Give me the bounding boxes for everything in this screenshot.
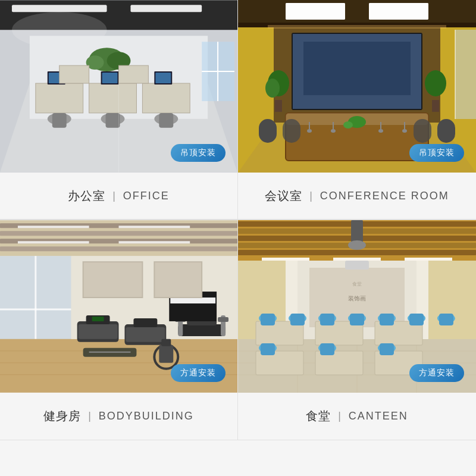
svg-rect-42 bbox=[303, 42, 411, 95]
zh-label-office: 办公室 bbox=[68, 188, 105, 204]
svg-rect-161 bbox=[345, 261, 369, 270]
svg-rect-25 bbox=[60, 65, 89, 83]
svg-rect-87 bbox=[79, 324, 118, 339]
svg-rect-24 bbox=[159, 113, 173, 128]
svg-rect-67 bbox=[268, 25, 446, 29]
svg-rect-2 bbox=[12, 5, 107, 12]
image-office: 吊顶安装 bbox=[0, 0, 237, 173]
svg-rect-17 bbox=[102, 73, 118, 83]
cell-gym: 方通安装 健身房 | BODYBUILDING bbox=[0, 220, 238, 440]
sep-conference: | bbox=[309, 190, 313, 202]
zh-label-conference: 会议室 bbox=[265, 188, 302, 204]
sep-gym: | bbox=[88, 410, 92, 422]
main-grid: 吊顶安装 办公室 | OFFICE bbox=[0, 0, 476, 476]
svg-point-61 bbox=[402, 129, 407, 133]
svg-rect-153 bbox=[261, 343, 275, 355]
svg-rect-65 bbox=[455, 30, 476, 119]
svg-rect-98 bbox=[218, 317, 228, 322]
label-gym: 健身房 | BODYBUILDING bbox=[0, 393, 237, 440]
svg-rect-77 bbox=[119, 241, 190, 243]
svg-rect-74 bbox=[18, 226, 89, 228]
svg-rect-149 bbox=[380, 314, 394, 325]
image-conference: 吊顶安装 bbox=[238, 0, 476, 173]
svg-rect-107 bbox=[154, 262, 202, 298]
en-label-canteen: CANTEEN bbox=[349, 410, 408, 422]
svg-rect-141 bbox=[261, 314, 275, 325]
svg-rect-145 bbox=[320, 314, 334, 325]
svg-rect-116 bbox=[333, 258, 381, 261]
svg-rect-10 bbox=[36, 83, 83, 113]
svg-rect-73 bbox=[0, 246, 237, 251]
svg-rect-36 bbox=[369, 3, 428, 20]
svg-point-64 bbox=[343, 121, 353, 129]
en-label-gym: BODYBUILDING bbox=[99, 410, 194, 422]
svg-rect-76 bbox=[18, 241, 89, 243]
svg-rect-151 bbox=[409, 314, 424, 325]
svg-rect-51 bbox=[259, 119, 277, 143]
svg-rect-71 bbox=[0, 231, 237, 236]
svg-rect-18 bbox=[155, 73, 171, 83]
svg-rect-117 bbox=[405, 258, 452, 261]
svg-text:食堂: 食堂 bbox=[352, 281, 362, 287]
cell-office: 吊顶安装 办公室 | OFFICE bbox=[0, 0, 238, 220]
svg-rect-93 bbox=[178, 324, 226, 336]
svg-rect-32 bbox=[238, 0, 476, 24]
svg-rect-106 bbox=[83, 262, 143, 298]
svg-rect-45 bbox=[275, 100, 282, 112]
svg-point-57 bbox=[331, 129, 336, 133]
svg-rect-103 bbox=[161, 339, 171, 346]
badge-canteen: 方通安装 bbox=[409, 364, 464, 382]
svg-rect-12 bbox=[142, 83, 190, 113]
svg-rect-26 bbox=[119, 65, 149, 83]
svg-rect-159 bbox=[439, 314, 453, 325]
en-label-conference: CONFERENCE ROOM bbox=[320, 190, 449, 202]
zh-label-canteen: 食堂 bbox=[306, 408, 331, 424]
sep-office: | bbox=[112, 190, 116, 202]
svg-text:装饰画: 装饰画 bbox=[348, 295, 366, 302]
image-gym: 方通安装 bbox=[0, 220, 237, 393]
svg-rect-54 bbox=[414, 119, 431, 143]
svg-rect-105 bbox=[170, 298, 215, 303]
svg-rect-155 bbox=[320, 343, 334, 355]
label-office: 办公室 | OFFICE bbox=[0, 173, 237, 220]
svg-rect-34 bbox=[286, 3, 345, 20]
svg-point-119 bbox=[348, 240, 366, 250]
cell-canteen: 装饰画 bbox=[238, 220, 476, 440]
badge-gym: 方通安装 bbox=[171, 364, 226, 382]
svg-point-46 bbox=[425, 70, 446, 96]
svg-rect-47 bbox=[432, 100, 439, 112]
label-canteen: 食堂 | CANTEEN bbox=[238, 393, 476, 440]
badge-conference: 吊顶安装 bbox=[409, 144, 464, 162]
svg-rect-53 bbox=[437, 119, 455, 143]
svg-rect-143 bbox=[290, 314, 305, 325]
svg-rect-75 bbox=[119, 226, 190, 228]
svg-rect-52 bbox=[283, 119, 300, 143]
svg-rect-89 bbox=[92, 317, 104, 321]
svg-rect-11 bbox=[89, 83, 137, 113]
svg-rect-23 bbox=[106, 113, 120, 128]
svg-point-44 bbox=[265, 79, 280, 98]
cell-conference: 吊顶安装 会议室 | CONFERENCE ROOM bbox=[238, 0, 476, 220]
svg-point-59 bbox=[378, 129, 383, 133]
svg-rect-91 bbox=[126, 327, 165, 342]
svg-rect-114 bbox=[238, 250, 476, 255]
svg-rect-147 bbox=[350, 314, 364, 325]
zh-label-gym: 健身房 bbox=[43, 408, 81, 424]
svg-point-55 bbox=[307, 129, 312, 133]
svg-rect-157 bbox=[380, 343, 394, 355]
label-conference: 会议室 | CONFERENCE ROOM bbox=[238, 173, 476, 220]
sep-canteen: | bbox=[338, 410, 342, 422]
svg-rect-115 bbox=[262, 258, 309, 261]
image-canteen: 装饰画 bbox=[238, 220, 476, 393]
badge-office: 吊顶安装 bbox=[171, 144, 226, 162]
svg-rect-92 bbox=[133, 318, 157, 327]
svg-rect-102 bbox=[159, 345, 173, 363]
en-label-office: OFFICE bbox=[123, 190, 170, 202]
svg-rect-22 bbox=[52, 113, 67, 128]
svg-rect-3 bbox=[130, 5, 202, 12]
